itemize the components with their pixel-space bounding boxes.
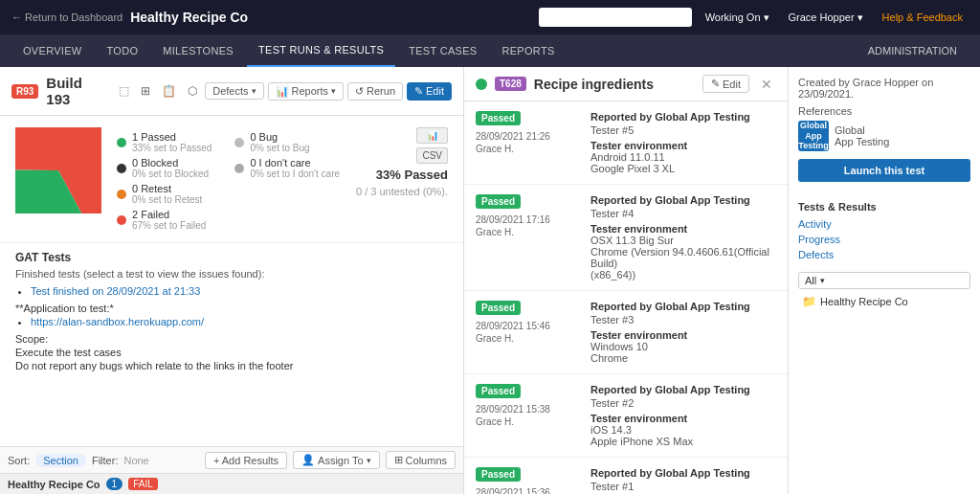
sort-value[interactable]: Section xyxy=(35,454,86,467)
result-env-label-3: Tester environment xyxy=(590,413,776,424)
legend-bug: 0 Bug0% set to Bug xyxy=(234,131,340,153)
ref-company-name: GlobalApp Testing xyxy=(835,124,889,147)
result-status-0: Passed xyxy=(476,111,521,125)
defects-button[interactable]: Defects ▾ xyxy=(205,82,263,100)
result-status-3: Passed xyxy=(476,384,521,398)
legend-passed: 1 Passed33% set to Passed xyxy=(117,131,212,153)
help-button[interactable]: Help & Feedback xyxy=(877,10,969,25)
filter-all-label: All xyxy=(805,275,816,286)
launch-test-button[interactable]: Launch this test xyxy=(798,159,970,182)
nav-reports[interactable]: REPORTS xyxy=(490,34,566,67)
tests-results-title: Tests & Results xyxy=(798,201,970,213)
assign-to-button[interactable]: 👤 Assign To ▾ xyxy=(293,451,380,469)
close-button[interactable]: ✕ xyxy=(757,77,776,92)
case-edit-button[interactable]: ✎ Edit xyxy=(702,75,749,93)
app-title: Healthy Recipe Co xyxy=(130,10,248,25)
test-result-item: Passed 28/09/2021 15:38 Grace H. Reporte… xyxy=(464,374,788,458)
left-panel: R93 Build 193 ⬚ ⊞ 📋 ⬡ Defects ▾ 📊 Report… xyxy=(0,67,464,494)
references-label: References xyxy=(798,105,970,117)
case-title: Recipe ingredients xyxy=(534,77,695,92)
footer-count: 1 xyxy=(106,478,123,490)
legend-failed: 2 Failed67% set to Failed xyxy=(117,209,212,231)
created-info: Created by Grace Hopper on 23/09/2021. R… xyxy=(798,77,970,191)
gat-test-link[interactable]: Test finished on 28/09/2021 at 21:33 xyxy=(31,285,200,297)
back-link[interactable]: ← Return to Dashboard xyxy=(11,11,122,23)
test-results-list: Passed 28/09/2021 21:26 Grace H. Reporte… xyxy=(464,101,788,494)
result-tester-2: Tester #3 xyxy=(590,314,776,326)
csv-btn-1[interactable]: 📊 xyxy=(416,127,448,144)
add-results-button[interactable]: + Add Results xyxy=(205,452,287,469)
result-by-0: Grace H. xyxy=(476,144,581,154)
result-tester-0: Tester #5 xyxy=(590,124,776,136)
result-reporter-0: Reported by Global App Testing xyxy=(590,111,776,123)
nav-bar: OVERVIEW TODO MILESTONES TEST RUNS & RES… xyxy=(0,34,980,67)
build-actions: ⬚ ⊞ 📋 ⬡ Defects ▾ 📊 Reports ▾ ↺ Rerun xyxy=(115,82,452,101)
nav-todo[interactable]: TODO xyxy=(96,34,150,67)
result-date-1: 28/09/2021 17:16 xyxy=(476,214,581,225)
test-result-item: Passed 28/09/2021 21:26 Grace H. Reporte… xyxy=(464,101,788,185)
user-menu-button[interactable]: Grace Hopper ▾ xyxy=(783,10,869,26)
icon-3[interactable]: 📋 xyxy=(158,82,180,100)
nav-test-cases[interactable]: TEST CASES xyxy=(397,34,488,67)
nav-overview[interactable]: OVERVIEW xyxy=(11,34,94,67)
nav-defects[interactable]: Defects xyxy=(798,247,970,262)
rerun-button[interactable]: ↺ Rerun xyxy=(347,82,403,101)
folder-section: All ▾ 📁 Healthy Recipe Co xyxy=(798,272,970,310)
csv-btn-2[interactable]: CSV xyxy=(416,147,448,164)
result-status-4: Passed xyxy=(476,467,521,482)
result-reporter-2: Reported by Global App Testing xyxy=(590,301,776,312)
case-header: T628 Recipe ingredients ✎ Edit ✕ xyxy=(464,67,788,101)
folder-name: Healthy Recipe Co xyxy=(820,296,908,307)
result-date-3: 28/09/2021 15:38 xyxy=(476,404,581,415)
legend-right: 0 Bug0% set to Bug 0 I don't care0% set … xyxy=(234,127,340,231)
created-text: Created by Grace Hopper on 23/09/2021. xyxy=(798,77,970,100)
main-layout: R93 Build 193 ⬚ ⊞ 📋 ⬡ Defects ▾ 📊 Report… xyxy=(0,67,980,494)
result-tester-1: Tester #4 xyxy=(590,208,776,219)
middle-panel: T628 Recipe ingredients ✎ Edit ✕ Passed … xyxy=(464,67,789,494)
nav-test-runs[interactable]: TEST RUNS & RESULTS xyxy=(247,34,395,67)
build-header: R93 Build 193 ⬚ ⊞ 📋 ⬡ Defects ▾ 📊 Report… xyxy=(0,67,463,116)
admin-button[interactable]: ADMINISTRATION xyxy=(857,45,969,56)
edit-button[interactable]: ✎ Edit xyxy=(407,82,452,101)
gat-scope-1: Execute the test cases xyxy=(15,347,448,358)
result-date-0: 28/09/2021 21:26 xyxy=(476,131,581,142)
legend-blocked: 0 Blocked0% set to Blocked xyxy=(117,157,212,179)
test-result-item: Passed 28/09/2021 15:46 Grace H. Reporte… xyxy=(464,291,788,374)
nav-milestones[interactable]: MILESTONES xyxy=(151,34,245,67)
global-app-testing-logo: GlobalAppTesting xyxy=(798,121,829,151)
result-by-1: Grace H. xyxy=(476,227,581,237)
search-input[interactable] xyxy=(539,8,692,27)
working-on-button[interactable]: Working On ▾ xyxy=(700,10,775,26)
gat-scope-2: Do not report any bugs which relate to t… xyxy=(15,360,448,371)
gat-app-url[interactable]: https://alan-sandbox.herokuapp.com/ xyxy=(31,316,204,327)
footer-status: FAIL xyxy=(128,478,158,490)
icon-1[interactable]: ⬚ xyxy=(115,82,133,100)
gat-title: GAT Tests xyxy=(15,251,448,264)
result-tester-3: Tester #2 xyxy=(590,397,776,409)
test-result-item: Passed 28/09/2021 17:16 Grace H. Reporte… xyxy=(464,185,788,291)
columns-button[interactable]: ⊞ Columns xyxy=(386,451,456,469)
gat-scope-label: Scope: xyxy=(15,333,448,345)
result-status-1: Passed xyxy=(476,194,521,209)
result-reporter-4: Reported by Global App Testing xyxy=(590,467,776,479)
build-title: Build 193 xyxy=(46,75,107,107)
result-date-4: 28/09/2021 15:36 xyxy=(476,487,581,494)
sort-label: Sort: xyxy=(8,455,30,466)
right-panel: Created by Grace Hopper on 23/09/2021. R… xyxy=(789,67,980,494)
icon-2[interactable]: ⊞ xyxy=(137,82,154,100)
icon-4[interactable]: ⬡ xyxy=(184,82,201,100)
result-by-2: Grace H. xyxy=(476,333,581,344)
filter-label: Filter: xyxy=(92,455,119,466)
result-date-2: 28/09/2021 15:46 xyxy=(476,321,581,331)
legend-dontcare: 0 I don't care0% set to I don't care xyxy=(234,157,340,179)
all-filter-dropdown[interactable]: All ▾ xyxy=(798,272,970,289)
pass-dot xyxy=(476,79,487,90)
footer-row: Healthy Recipe Co 1 FAIL xyxy=(0,473,463,494)
result-tester-4: Tester #1 xyxy=(590,481,776,492)
reports-button[interactable]: 📊 Reports ▾ xyxy=(268,82,345,101)
chart-area: 1 Passed33% set to Passed 0 Blocked0% se… xyxy=(0,116,463,243)
nav-progress[interactable]: Progress xyxy=(798,232,970,247)
filter-value[interactable]: None xyxy=(123,455,148,466)
nav-activity[interactable]: Activity xyxy=(798,216,970,232)
passed-text: 33% Passed xyxy=(376,168,448,182)
